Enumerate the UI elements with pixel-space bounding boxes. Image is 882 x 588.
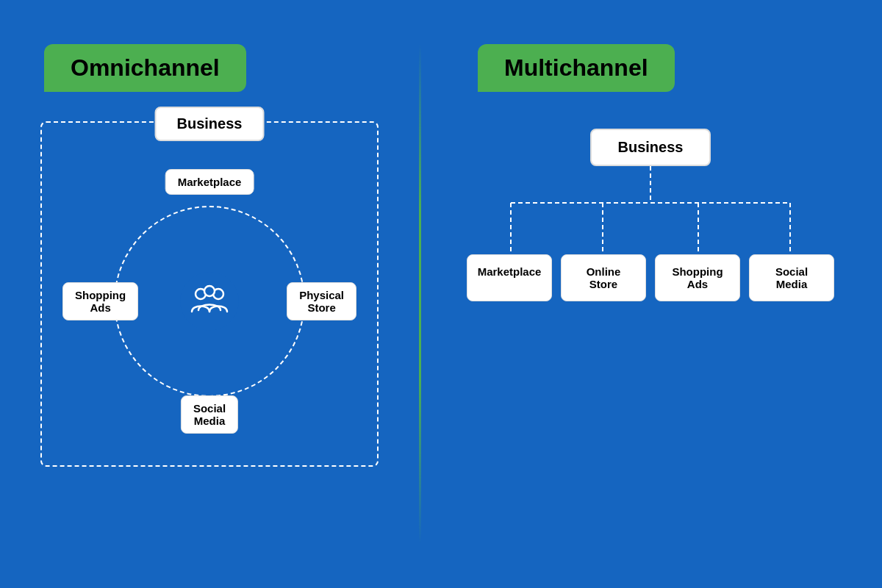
omnichannel-social-media-box: SocialMedia <box>181 395 238 434</box>
multichannel-title: Multichannel <box>478 44 675 92</box>
main-container: Omnichannel Business <box>0 0 882 588</box>
multichannel-business-row: Business <box>467 129 834 166</box>
multichannel-social-media-box: SocialMedia <box>749 254 834 301</box>
tree-lines-svg <box>467 166 834 254</box>
omnichannel-shopping-ads-box: ShoppingAds <box>62 282 138 320</box>
svg-point-2 <box>204 286 215 296</box>
multichannel-container: Business Marketplace <box>467 129 834 301</box>
multichannel-shopping-ads-box: ShoppingAds <box>655 254 740 301</box>
multichannel-business-box: Business <box>590 129 711 166</box>
multichannel-marketplace-box: Marketplace <box>467 254 552 301</box>
omnichannel-dashed-box: Business <box>40 121 379 467</box>
omnichannel-physical-store-box: PhysicalStore <box>287 282 356 320</box>
multichannel-online-store-box: OnlineStore <box>561 254 646 301</box>
center-people-icon <box>180 272 239 331</box>
omnichannel-marketplace-box: Marketplace <box>165 169 254 195</box>
multichannel-panel: Multichannel Business <box>419 0 882 588</box>
omnichannel-circle-area: Marketplace ShoppingAds PhysicalStore So… <box>85 176 334 426</box>
omnichannel-business-box: Business <box>155 107 265 141</box>
omnichannel-panel: Omnichannel Business <box>0 0 419 588</box>
multichannel-channels: Marketplace OnlineStore ShoppingAds Soci… <box>467 254 834 301</box>
omnichannel-title: Omnichannel <box>44 44 246 92</box>
